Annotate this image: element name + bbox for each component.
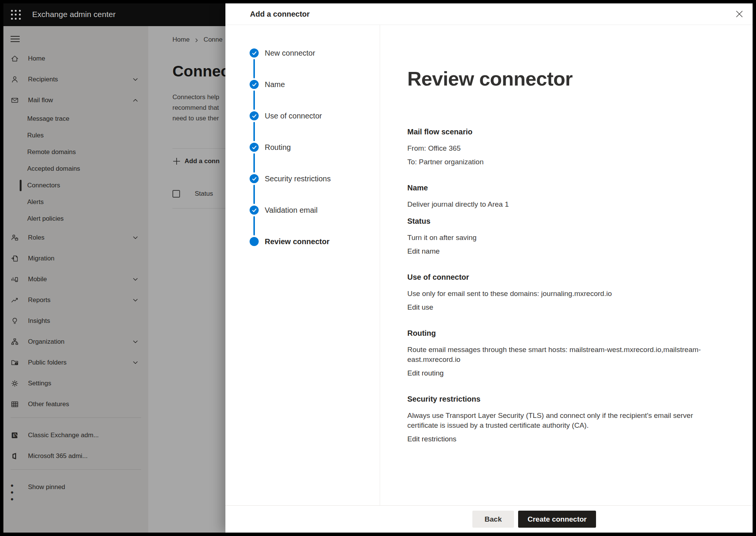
svg-text:E: E	[13, 433, 16, 438]
review-text-turn-it-on: Turn it on after saving	[407, 233, 708, 243]
sidebar-item-label: Microsoft 365 admi...	[28, 452, 88, 460]
completed-step-check-icon	[250, 111, 259, 120]
sidebar-item-alerts[interactable]: Alerts	[3, 194, 148, 210]
sidebar-item-label: Reports	[28, 296, 51, 304]
sidebar-item-organization[interactable]: Organization	[3, 331, 148, 352]
review-sections: Mail flow scenarioFrom: Office 365To: Pa…	[407, 126, 715, 444]
edit-name-link[interactable]: Edit name	[407, 246, 440, 256]
insights-icon	[11, 317, 19, 325]
chevron-down-icon	[132, 235, 138, 241]
page-description: Connectors helprecommend thatneed to use…	[172, 92, 219, 124]
sidebar-item-insights[interactable]: Insights	[3, 310, 148, 331]
review-header-security-restrictions: Security restrictions	[407, 393, 708, 405]
create-connector-button[interactable]: Create connector	[518, 511, 596, 528]
office-logo-icon	[11, 452, 19, 460]
back-button[interactable]: Back	[472, 511, 514, 528]
dialog-footer: Back Create connector	[225, 505, 753, 533]
sidebar-item-connectors[interactable]: Connectors	[3, 177, 148, 194]
step-use-of-connector[interactable]: Use of connector	[250, 111, 380, 143]
completed-step-check-icon	[250, 174, 259, 183]
edit-use-link[interactable]: Edit use	[407, 302, 433, 312]
sidebar-item-mail-flow[interactable]: Mail flow	[3, 90, 148, 111]
sidebar-item-microsoft-365-admin[interactable]: Microsoft 365 admi...	[3, 446, 148, 466]
step-label: Review connector	[265, 237, 329, 268]
sidebar-item-label: Recipients	[28, 76, 58, 83]
select-all-checkbox[interactable]	[172, 190, 180, 198]
step-rail	[250, 48, 259, 80]
sidebar-item-roles[interactable]: Roles	[3, 227, 148, 248]
add-connector-button[interactable]: Add a conn	[172, 155, 220, 168]
chevron-up-icon	[132, 97, 138, 103]
hamburger-menu-icon[interactable]	[11, 36, 20, 43]
chevron-right-icon	[194, 38, 199, 43]
breadcrumb-home[interactable]: Home	[172, 36, 189, 44]
dialog-body: New connectorNameUse of connectorRouting…	[225, 25, 753, 505]
step-label: New connector	[265, 48, 315, 80]
review-header-mail-flow-scenario: Mail flow scenario	[407, 126, 708, 137]
sidebar-item-message-trace[interactable]: Message trace	[3, 111, 148, 127]
edit-restrictions-link[interactable]: Edit restrictions	[407, 434, 456, 444]
chevron-down-icon	[132, 76, 138, 83]
sidebar-item-home[interactable]: Home	[3, 48, 148, 69]
step-label: Use of connector	[265, 111, 322, 143]
step-connector-line	[253, 122, 255, 141]
step-rail	[250, 80, 259, 111]
sidebar-item-accepted-domains[interactable]: Accepted domains	[3, 160, 148, 177]
person-icon	[11, 75, 19, 84]
step-security-restrictions[interactable]: Security restrictions	[250, 174, 380, 206]
public-folders-icon	[11, 358, 19, 367]
step-name[interactable]: Name	[250, 80, 380, 111]
ellipsis-icon: • • •	[11, 483, 19, 491]
step-rail	[250, 206, 259, 237]
review-text-route-email-messages: Route email messages through these smart…	[407, 345, 708, 365]
sidebar-item-reports[interactable]: Reports	[3, 290, 148, 310]
chevron-down-icon	[132, 276, 138, 282]
step-new-connector[interactable]: New connector	[250, 48, 380, 80]
table-header-row: Status	[172, 190, 213, 198]
sidebar-item-label: Show pinned	[28, 483, 65, 491]
review-header-use-of-connector: Use of connector	[407, 271, 708, 283]
plus-icon	[172, 157, 181, 165]
status-column-header: Status	[195, 190, 213, 198]
completed-step-check-icon	[250, 48, 259, 58]
settings-icon	[11, 379, 19, 388]
sidebar-item-remote-domains[interactable]: Remote domains	[3, 144, 148, 160]
page-description-line: need to use ther	[172, 113, 219, 124]
review-text-use-only-for: Use only for email sent to these domains…	[407, 289, 708, 299]
sidebar-item-public-folders[interactable]: Public folders	[3, 352, 148, 373]
sidebar-item-mobile[interactable]: Mobile	[3, 269, 148, 290]
step-label: Routing	[265, 143, 291, 174]
step-routing[interactable]: Routing	[250, 143, 380, 174]
sidebar-item-rules[interactable]: Rules	[3, 127, 148, 144]
step-validation-email[interactable]: Validation email	[250, 206, 380, 237]
step-label: Security restrictions	[265, 174, 331, 206]
sidebar-item-other-features[interactable]: Other features	[3, 394, 148, 414]
sidebar-item-settings[interactable]: Settings	[3, 373, 148, 394]
selected-item-indicator	[20, 180, 22, 191]
organization-icon	[11, 338, 19, 346]
close-icon	[734, 9, 744, 19]
completed-step-check-icon	[250, 143, 259, 152]
sidebar-item-label: Alerts	[27, 198, 43, 206]
sidebar-item-migration[interactable]: Migration	[3, 248, 148, 269]
sidebar-item-label: Remote domains	[27, 148, 76, 156]
close-button[interactable]	[734, 9, 745, 19]
roles-icon	[11, 234, 19, 242]
edit-routing-link[interactable]: Edit routing	[407, 368, 444, 378]
screenshot-frame: Exchange admin center HomeRecipientsMail…	[0, 0, 756, 536]
app-launcher-icon[interactable]	[10, 9, 22, 20]
wizard-stepper: New connectorNameUse of connectorRouting…	[225, 25, 380, 505]
step-review-connector[interactable]: Review connector	[250, 237, 380, 268]
review-text-to-partner-organization: To: Partner organization	[407, 157, 708, 167]
sidebar-item-classic-exchange-admin[interactable]: EClassic Exchange adm...	[3, 425, 148, 446]
sidebar-item-label: Accepted domains	[27, 165, 80, 173]
sidebar-item-show-pinned[interactable]: • • •Show pinned	[3, 477, 148, 497]
step-connector-line	[253, 59, 255, 78]
sidebar-item-recipients[interactable]: Recipients	[3, 69, 148, 90]
sidebar-item-label: Classic Exchange adm...	[28, 432, 99, 439]
grid-icon	[11, 400, 19, 408]
app-window: Exchange admin center HomeRecipientsMail…	[3, 3, 753, 533]
step-label: Validation email	[265, 206, 318, 237]
sidebar-item-alert-policies[interactable]: Alert policies	[3, 210, 148, 227]
breadcrumb-connectors[interactable]: Conne	[203, 36, 222, 44]
